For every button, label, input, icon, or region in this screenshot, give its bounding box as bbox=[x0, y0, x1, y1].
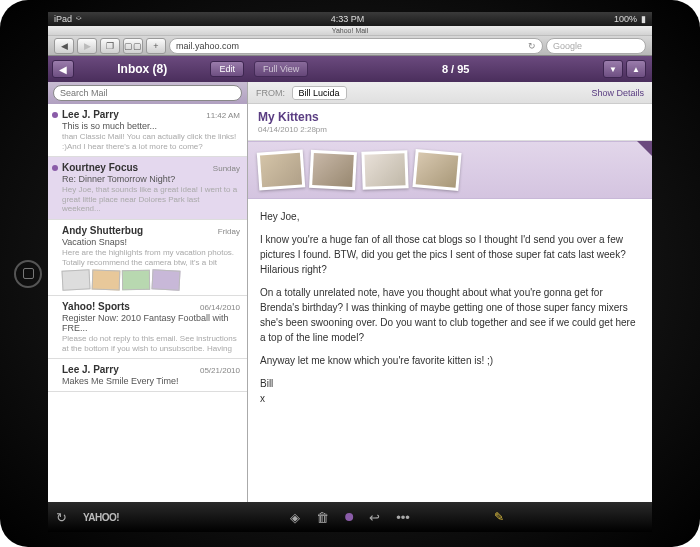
mark-icon[interactable] bbox=[345, 513, 353, 521]
bookmarks-button[interactable]: ▢▢ bbox=[123, 38, 143, 54]
subject: My Kittens bbox=[258, 110, 642, 124]
folder-title: Inbox (8) bbox=[78, 62, 206, 76]
message-counter: 8 / 95 bbox=[442, 63, 470, 75]
browser-search[interactable]: Google bbox=[546, 38, 646, 54]
list-item[interactable]: Kourtney FocusSunday Re: Dinner Tomorrow… bbox=[48, 157, 247, 220]
reply-icon[interactable]: ↩ bbox=[369, 510, 380, 525]
forward-button[interactable]: ▶ bbox=[77, 38, 97, 54]
folders-button[interactable]: ◀ bbox=[52, 60, 74, 78]
show-details-link[interactable]: Show Details bbox=[591, 88, 644, 98]
attachment-strip bbox=[248, 141, 652, 199]
email-body: Hey Joe, I know you're a huge fan of all… bbox=[248, 199, 652, 502]
status-bar: iPad ⌔ 4:33 PM 100% ▮ bbox=[48, 12, 652, 26]
clock: 4:33 PM bbox=[331, 14, 365, 24]
pages-button[interactable]: ❐ bbox=[100, 38, 120, 54]
yahoo-logo: YAHOO! bbox=[83, 512, 119, 523]
more-icon[interactable]: ••• bbox=[396, 510, 410, 525]
device-label: iPad bbox=[54, 14, 72, 24]
compose-icon[interactable]: ✎ bbox=[494, 510, 504, 524]
page-title: Yahoo! Mail bbox=[48, 26, 652, 36]
reload-icon[interactable]: ↻ bbox=[528, 41, 536, 51]
message-date: 04/14/2010 2:28pm bbox=[258, 125, 642, 134]
attachment-thumb[interactable] bbox=[309, 150, 357, 190]
next-message-button[interactable]: ▼ bbox=[603, 60, 623, 78]
search-input[interactable] bbox=[53, 85, 242, 101]
list-item[interactable]: Lee J. Parry11:42 AM This is so much bet… bbox=[48, 104, 247, 157]
from-label: FROM: bbox=[256, 88, 285, 98]
attachment-thumb[interactable] bbox=[361, 150, 408, 190]
trash-icon[interactable]: 🗑 bbox=[316, 510, 329, 525]
battery-icon: ▮ bbox=[641, 14, 646, 24]
fullview-button[interactable]: Full View bbox=[254, 61, 308, 77]
message-list: Lee J. Parry11:42 AM This is so much bet… bbox=[48, 104, 247, 502]
edit-button[interactable]: Edit bbox=[210, 61, 244, 77]
shield-icon[interactable]: ◈ bbox=[290, 510, 300, 525]
list-item[interactable]: Lee J. Parry05/21/2010 Makes Me Smile Ev… bbox=[48, 359, 247, 392]
list-item[interactable]: Yahoo! Sports06/14/2010 Register Now: 20… bbox=[48, 296, 247, 359]
list-item[interactable]: Andy ShutterbugFriday Vacation Snaps! He… bbox=[48, 220, 247, 296]
home-button[interactable] bbox=[14, 260, 42, 288]
back-button[interactable]: ◀ bbox=[54, 38, 74, 54]
prev-message-button[interactable]: ▲ bbox=[626, 60, 646, 78]
battery-percent: 100% bbox=[614, 14, 637, 24]
add-button[interactable]: + bbox=[146, 38, 166, 54]
refresh-icon[interactable]: ↻ bbox=[56, 510, 67, 525]
attachment-thumb[interactable] bbox=[257, 149, 306, 190]
url-bar[interactable]: mail.yahoo.com ↻ bbox=[169, 38, 543, 54]
attachment-thumb[interactable] bbox=[412, 149, 461, 191]
from-chip[interactable]: Bill Lucida bbox=[292, 86, 347, 100]
wifi-icon: ⌔ bbox=[76, 14, 81, 24]
